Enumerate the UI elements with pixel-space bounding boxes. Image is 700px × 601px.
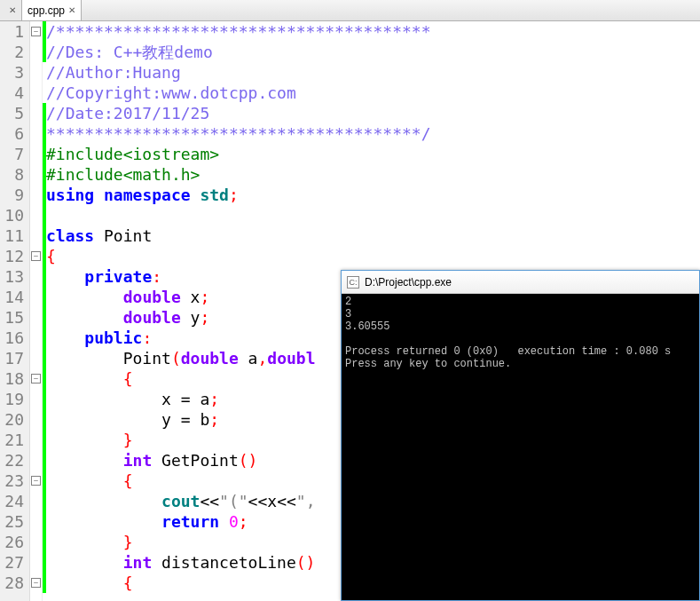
code-line[interactable]: //Des: C++教程demo xyxy=(46,42,700,62)
close-icon[interactable]: ✕ xyxy=(68,5,75,15)
tab-inactive[interactable]: ✕ xyxy=(0,0,22,20)
code-line[interactable]: #include<math.h> xyxy=(46,164,700,185)
fold-toggle[interactable]: − xyxy=(31,476,41,486)
tab-label: cpp.cpp xyxy=(28,4,65,17)
tab-active[interactable]: cpp.cpp ✕ xyxy=(22,0,82,20)
console-title-text: D:\Project\cpp.exe xyxy=(365,276,452,289)
app-icon: C: xyxy=(347,276,359,289)
code-line[interactable]: using namespace std; xyxy=(46,185,700,205)
console-titlebar[interactable]: C: D:\Project\cpp.exe xyxy=(342,271,699,294)
code-line[interactable]: //Author:Huang xyxy=(46,62,700,83)
code-line[interactable]: #include<iostream> xyxy=(46,144,700,164)
code-line[interactable]: class Point xyxy=(46,225,700,246)
fold-toggle[interactable]: − xyxy=(31,27,41,36)
fold-column: −−−−− xyxy=(30,21,43,601)
line-number-gutter: 1234567891011121314151617181920212223242… xyxy=(0,21,30,601)
code-line[interactable]: /*************************************** xyxy=(46,21,700,42)
fold-toggle[interactable]: − xyxy=(31,578,41,588)
console-window[interactable]: C: D:\Project\cpp.exe 2 3 3.60555 Proces… xyxy=(341,270,700,601)
code-line[interactable]: //Copyright:www.dotcpp.com xyxy=(46,83,700,103)
code-line[interactable]: { xyxy=(46,246,700,266)
fold-toggle[interactable]: − xyxy=(31,251,41,261)
code-line[interactable]: ***************************************/ xyxy=(46,123,700,144)
tab-bar: ✕ cpp.cpp ✕ xyxy=(0,0,700,21)
code-line[interactable] xyxy=(46,205,700,225)
fold-toggle[interactable]: − xyxy=(31,374,41,384)
console-output: 2 3 3.60555 Process returned 0 (0x0) exe… xyxy=(342,294,699,600)
close-icon[interactable]: ✕ xyxy=(9,5,16,15)
code-line[interactable]: //Date:2017/11/25 xyxy=(46,103,700,123)
